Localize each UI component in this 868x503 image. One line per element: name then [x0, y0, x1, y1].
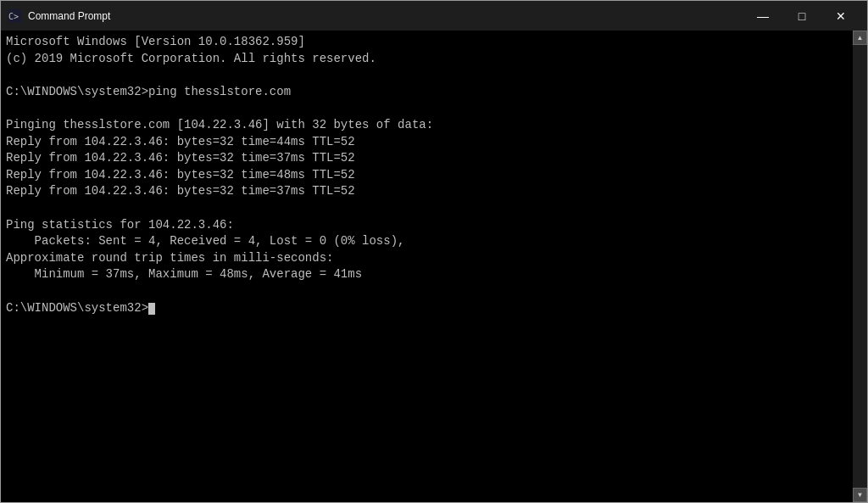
scrollbar[interactable]: ▲ ▼ [853, 31, 867, 502]
terminal-cursor [148, 303, 155, 315]
maximize-button[interactable]: □ [782, 1, 821, 31]
minimize-button[interactable]: — [743, 1, 782, 31]
window-controls: — □ ✕ [743, 1, 860, 31]
title-bar: C> Command Prompt — □ ✕ [1, 1, 867, 31]
scroll-down-button[interactable]: ▼ [853, 488, 867, 502]
window-body: Microsoft Windows [Version 10.0.18362.95… [1, 31, 867, 502]
cmd-icon: C> [8, 9, 21, 23]
scroll-up-button[interactable]: ▲ [853, 31, 867, 45]
terminal-output[interactable]: Microsoft Windows [Version 10.0.18362.95… [1, 31, 853, 502]
cmd-window: C> Command Prompt — □ ✕ Microsoft Window… [0, 0, 868, 503]
svg-text:C>: C> [8, 12, 19, 21]
window-title: Command Prompt [28, 10, 743, 22]
scrollbar-space [853, 45, 867, 488]
close-button[interactable]: ✕ [821, 1, 860, 31]
